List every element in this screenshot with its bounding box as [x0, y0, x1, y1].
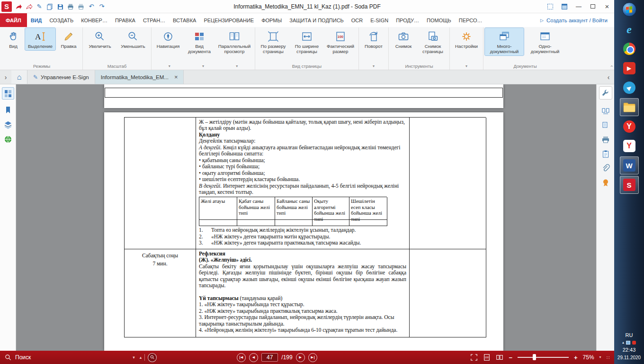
page-layout-icon[interactable] [496, 354, 503, 361]
tab-convert[interactable]: КОНВЕР… [77, 13, 111, 27]
home-tab[interactable]: ⌂ [11, 70, 27, 84]
document-view-button[interactable]: Вид документа [184, 28, 215, 55]
network-icon[interactable] [626, 341, 630, 345]
taskbar-soda-pdf[interactable]: S [620, 176, 639, 194]
next-page-button[interactable]: ▶ [296, 353, 305, 362]
share-icon[interactable] [14, 2, 23, 11]
hidden-icons-arrow[interactable]: ▴ [622, 340, 624, 345]
tab-forms[interactable]: ФОРМЫ [258, 13, 286, 27]
actual-size-button[interactable]: 100 Фактический размер [324, 28, 357, 55]
maximize-button[interactable] [586, 0, 600, 13]
bookmarks-panel-button[interactable] [4, 106, 12, 114]
tab-edit[interactable]: ПРАВКА [111, 13, 139, 27]
tab-personalize[interactable]: ПЕРСО… [455, 13, 486, 27]
account-login[interactable]: ▷ Создать аккаунт / Войти [540, 13, 614, 27]
zoom-in-button[interactable]: Увеличить [84, 28, 116, 50]
taskbar-telegram[interactable]: ▶ [620, 79, 639, 97]
edit-button[interactable]: Правка [56, 28, 81, 50]
rotate-dropdown-icon[interactable]: ▾ [373, 64, 375, 68]
taskbar-explorer[interactable] [620, 98, 639, 116]
language-indicator[interactable]: RU [626, 332, 633, 338]
first-page-button[interactable]: ◀ [237, 353, 246, 362]
clock-date[interactable]: 29.11.2020 [617, 355, 641, 360]
tab-create[interactable]: СОЗДАТЬ [45, 13, 77, 27]
taskbar-media-player[interactable]: ▶ [620, 59, 639, 77]
collapse-right-panel-icon[interactable]: ‹ [603, 70, 614, 84]
tab-current-document[interactable]: Informatika_Metodika_EM... × [95, 70, 184, 84]
rotate-button[interactable]: Поворот [360, 28, 387, 50]
tab-secure-sign[interactable]: ЗАЩИТА И ПОДПИСЬ [286, 13, 348, 27]
tab-file[interactable]: ФАЙЛ [0, 13, 27, 27]
settings-dropdown-icon[interactable]: ▾ [465, 64, 467, 68]
tab-ocr[interactable]: OCR [348, 13, 367, 27]
fit-page-button[interactable]: По размеру страницы [257, 28, 290, 55]
taskbar-ie[interactable]: e [620, 20, 639, 38]
taskbar-word[interactable]: W [620, 156, 639, 174]
single-document-button[interactable]: Одно-документный [525, 28, 565, 55]
document-view-dropdown-icon[interactable]: ▾ [202, 64, 204, 68]
tab-view[interactable]: ВИД [27, 13, 46, 27]
taskbar-yandex-browser[interactable]: Y [620, 137, 639, 155]
advanced-search-button[interactable] [148, 353, 157, 362]
edit-pencil-icon[interactable]: ✎ [35, 2, 44, 11]
last-page-button[interactable]: ▶ [308, 353, 317, 362]
start-button[interactable] [622, 2, 636, 17]
tab-products[interactable]: ПРОДУ… [392, 13, 423, 27]
zoom-in-plus[interactable]: + [574, 354, 578, 361]
undo-icon[interactable]: ↶ [87, 2, 96, 11]
thumbnails-panel-button[interactable] [2, 87, 14, 100]
selection-button[interactable]: A Выделение [25, 28, 55, 50]
snapshot-layout-icon[interactable] [543, 0, 557, 13]
clipboard-button[interactable] [601, 150, 610, 158]
layers-panel-button[interactable] [4, 120, 12, 129]
print-preview-button[interactable] [601, 136, 610, 144]
document-canvas[interactable]: Ж – жетілдіру (мәтін жады бойынша қайтал… [16, 84, 596, 351]
view-button[interactable]: Вид [2, 28, 24, 50]
search-label[interactable]: Поиск [15, 354, 31, 361]
save-icon[interactable] [55, 2, 65, 11]
actual-size-statusbar-icon[interactable]: 100 [483, 354, 491, 361]
tools-panel-button[interactable] [599, 86, 612, 100]
navigation-button[interactable]: Навигация [153, 28, 183, 50]
search-next-icon[interactable]: ▴ [140, 355, 142, 360]
links-panel-button[interactable] [4, 135, 12, 144]
search-icon[interactable] [5, 354, 12, 361]
notification-icon[interactable] [632, 341, 636, 345]
tab-esign[interactable]: E-SIGN [367, 13, 392, 27]
zoom-slider[interactable] [518, 357, 569, 358]
stamp-button[interactable] [601, 178, 610, 187]
minimize-button[interactable]: — [572, 0, 586, 13]
pages-icon[interactable] [45, 2, 54, 11]
window-layout-icon[interactable] [557, 0, 572, 13]
tab-review[interactable]: РЕЦЕНЗИРОВАНИЕ [200, 13, 258, 27]
tab-pages[interactable]: СТРАН… [139, 13, 169, 27]
current-page-input[interactable]: 47 [261, 353, 278, 362]
search-prev-icon[interactable]: ▾ [133, 355, 135, 360]
zoom-dropdown-icon[interactable]: ▾ [599, 355, 601, 359]
previous-page-button[interactable]: ◀ [249, 353, 258, 362]
tab-help[interactable]: ПОМОЩЬ [423, 13, 455, 27]
print-icon[interactable] [66, 2, 75, 11]
zoom-out-minus[interactable]: − [509, 354, 512, 361]
parallel-view-button[interactable]: Параллельный просмотр [215, 28, 253, 55]
page-list-button[interactable] [601, 121, 610, 130]
fullscreen-icon[interactable] [470, 354, 478, 361]
navigation-dropdown-icon[interactable]: ▾ [169, 64, 170, 68]
multi-document-button[interactable]: Много-документный [485, 28, 524, 55]
compare-documents-button[interactable] [601, 107, 610, 116]
expand-left-panel-icon[interactable]: › [0, 70, 11, 84]
tab-esign-management[interactable]: ✎ Управление E-Sign [27, 70, 95, 84]
clock-time[interactable]: 22:43 [623, 347, 636, 353]
page-snapshot-button[interactable]: Снимок страницы [418, 28, 448, 55]
tab-close-icon[interactable]: × [174, 73, 178, 81]
zoom-slider-thumb[interactable] [533, 354, 536, 360]
tab-insert[interactable]: ВСТАВКА [169, 13, 200, 27]
settings-button[interactable]: Настройки [451, 28, 482, 50]
fit-width-button[interactable]: По ширине страницы [291, 28, 323, 55]
collapse-ribbon-icon[interactable]: › [609, 65, 614, 67]
parallel-view-dropdown-icon[interactable]: ▾ [236, 64, 238, 68]
snapshot-button[interactable]: Снимок [390, 28, 417, 50]
redo-icon[interactable]: ↷ [97, 2, 107, 11]
taskbar-chrome[interactable] [620, 40, 639, 58]
attachment-button[interactable] [601, 164, 610, 173]
